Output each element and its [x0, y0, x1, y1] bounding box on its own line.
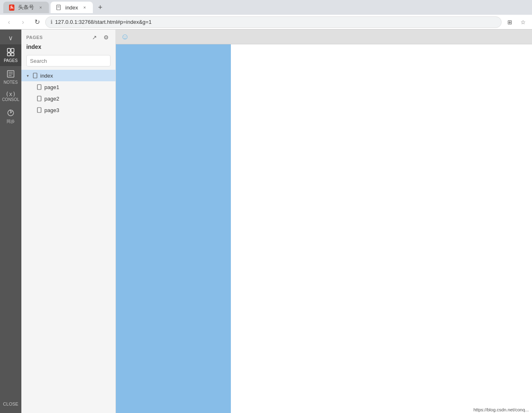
address-bar: ‹ › ↻ ℹ 127.0.0.1:32768/start.html#p=ind…: [0, 15, 532, 30]
notes-icon: [6, 69, 15, 80]
page-icon-page1: [36, 84, 43, 90]
svg-rect-16: [37, 108, 41, 112]
reload-button[interactable]: ↻: [31, 16, 43, 28]
new-tab-button[interactable]: +: [94, 2, 106, 13]
content-area: ☺: [116, 30, 532, 413]
content-top-bar: ☺: [116, 30, 532, 44]
sync-icon: [6, 108, 15, 119]
url-text: 127.0.0.1:32768/start.html#p=index&g=1: [55, 19, 152, 25]
panel-actions: ↗ ⚙: [90, 33, 111, 42]
main-layout: ∨ PAGES NOTES: [0, 30, 532, 413]
sidebar-item-sync[interactable]: 同步: [0, 105, 21, 127]
notes-label: NOTES: [4, 80, 18, 85]
svg-rect-14: [37, 85, 41, 89]
status-url: https://blog.csdn.net/conq...: [473, 407, 529, 412]
sidebar-item-console[interactable]: (x) CONSOL: [0, 88, 21, 105]
tree-label-page2: page2: [44, 96, 59, 102]
icon-strip: ∨ PAGES NOTES: [0, 30, 21, 413]
page-icon-page3: [36, 107, 43, 113]
tree-item-index[interactable]: ▾ index: [21, 70, 115, 81]
status-bar: https://blog.csdn.net/conq...: [470, 406, 532, 413]
extensions-button[interactable]: ⊞: [504, 16, 516, 28]
forward-button[interactable]: ›: [17, 16, 29, 28]
strip-bottom: CLOSE: [0, 395, 21, 413]
url-bar[interactable]: ℹ 127.0.0.1:32768/start.html#p=index&g=1: [45, 16, 502, 28]
tab-toutiao-close[interactable]: ×: [37, 4, 44, 11]
blue-panel: [116, 44, 231, 413]
tab-index-close[interactable]: ×: [81, 4, 88, 11]
panel-header: PAGES ↗ ⚙: [21, 30, 115, 44]
panel-search: [21, 53, 115, 70]
tree-item-page1[interactable]: page1: [21, 81, 115, 93]
content-body: [116, 44, 532, 413]
tree-item-page3[interactable]: page3: [21, 104, 115, 116]
settings-button[interactable]: ⚙: [101, 33, 111, 42]
page-icon-page2: [36, 95, 43, 102]
tree-item-page2[interactable]: page2: [21, 93, 115, 104]
page-icon-index: [32, 72, 39, 79]
pages-label: PAGES: [4, 59, 18, 63]
tree-label-page1: page1: [44, 84, 59, 90]
toolbar-right: ⊞ ☆: [504, 16, 529, 28]
svg-rect-4: [11, 48, 14, 52]
back-button[interactable]: ‹: [3, 16, 15, 28]
panel-title: PAGES: [26, 35, 43, 40]
browser-chrome: 头 头条号 × index × + ‹ › ↻ ℹ 127.0.0.1:3276…: [0, 0, 532, 30]
tab-toutiao[interactable]: 头 头条号 ×: [3, 2, 49, 13]
tab-bar: 头 头条号 × index × +: [0, 0, 532, 15]
search-input[interactable]: [26, 55, 111, 67]
svg-rect-13: [33, 73, 37, 78]
white-panel: [231, 44, 532, 413]
svg-rect-0: [57, 5, 60, 10]
favorites-button[interactable]: ☆: [517, 16, 529, 28]
sync-label: 同步: [7, 119, 15, 124]
svg-rect-15: [37, 96, 41, 101]
close-panel-label: CLOSE: [3, 402, 18, 406]
sidebar-item-notes[interactable]: NOTES: [0, 66, 21, 88]
pages-panel: PAGES ↗ ⚙ index ▾ index: [21, 30, 116, 413]
tree-container: ▾ index page1: [21, 70, 115, 413]
tree-label-page3: page3: [44, 107, 59, 113]
sidebar-item-pages[interactable]: PAGES: [0, 44, 21, 66]
pages-icon: [6, 48, 15, 58]
strip-toggle[interactable]: ∨: [0, 31, 21, 44]
svg-rect-6: [11, 53, 14, 56]
tab-index[interactable]: index ×: [51, 2, 93, 13]
page-favicon: [55, 4, 62, 11]
toutiao-favicon: 头: [8, 4, 15, 11]
url-info-icon: ℹ: [51, 19, 53, 25]
tab-toutiao-label: 头条号: [18, 4, 34, 11]
console-icon: (x): [5, 91, 16, 97]
smiley-icon[interactable]: ☺: [121, 32, 129, 41]
panel-subtitle: index: [21, 44, 115, 53]
export-button[interactable]: ↗: [90, 33, 99, 42]
tab-index-label: index: [65, 5, 78, 11]
close-panel-button[interactable]: CLOSE: [0, 395, 21, 413]
tree-label-index: index: [40, 73, 53, 79]
svg-rect-5: [7, 53, 10, 56]
tree-toggle-index[interactable]: ▾: [25, 73, 30, 78]
console-label: CONSOL: [2, 98, 19, 102]
svg-rect-3: [7, 48, 10, 52]
